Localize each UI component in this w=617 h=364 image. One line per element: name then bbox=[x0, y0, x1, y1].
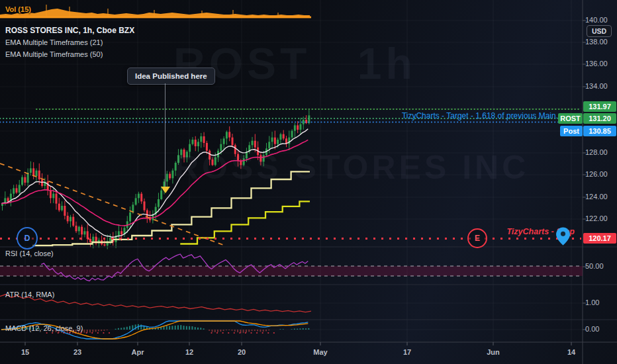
idea-pointer-line bbox=[165, 83, 166, 187]
d-marker[interactable]: D bbox=[17, 227, 38, 250]
post-price-badge: 130.85 bbox=[583, 126, 616, 136]
time-axis-label: 17 bbox=[403, 348, 411, 356]
rsi-band bbox=[0, 266, 583, 276]
rsi-axis-label: 50.00 bbox=[585, 262, 616, 270]
symbol-label-badge: ROST bbox=[558, 113, 583, 124]
stop-price-badge: 120.17 bbox=[583, 233, 616, 244]
symbol-legend[interactable]: ROSS STORES INC, 1h, Cboe BZX bbox=[5, 26, 134, 35]
e-marker[interactable]: E bbox=[467, 228, 487, 248]
target-price-badge: 131.97 bbox=[583, 101, 616, 112]
time-axis-label: 12 bbox=[185, 348, 193, 356]
target-line-label[interactable]: TizyCharts - Target - 1.618 of previous … bbox=[402, 111, 558, 120]
time-axis-label: 20 bbox=[238, 348, 246, 356]
price-axis-label: 122.00 bbox=[585, 214, 616, 222]
time-axis-label: 14 bbox=[567, 348, 575, 356]
price-axis-label: 140.00 bbox=[585, 16, 616, 24]
post-label-badge: Post bbox=[560, 126, 583, 136]
time-axis-label: May bbox=[313, 348, 327, 356]
indicator-legend-ema21[interactable]: EMA Multiple Timeframes (21) bbox=[5, 38, 103, 47]
volume-area bbox=[0, 5, 311, 18]
price-axis-label: 124.00 bbox=[585, 193, 616, 201]
price-axis-label: 134.00 bbox=[585, 82, 616, 90]
idea-arrow-marker[interactable] bbox=[161, 187, 170, 193]
usd-badge[interactable]: USD bbox=[587, 25, 612, 37]
volume-indicator-label[interactable]: Vol (15) bbox=[5, 5, 31, 14]
time-axis-label: 23 bbox=[73, 348, 81, 356]
watermark-name: ROSS STORES INC bbox=[175, 148, 529, 187]
chart-window: ROST 1h ROSS STORES INC Vol (15) ROSS ST… bbox=[0, 0, 617, 364]
price-axis-label: 136.00 bbox=[585, 60, 616, 68]
time-axis-label: Jun bbox=[487, 348, 500, 356]
idea-tooltip: Idea Published here bbox=[127, 68, 215, 85]
price-axis-label: 138.00 bbox=[585, 38, 616, 46]
last-price-badge: 131.20 bbox=[583, 113, 616, 124]
rsi-pane-label[interactable]: RSI (14, close) bbox=[5, 250, 54, 258]
atr-pane-label[interactable]: ATR (14, RMA) bbox=[5, 291, 54, 299]
price-axis-label: 126.00 bbox=[585, 170, 616, 178]
time-axis-label: Apr bbox=[132, 348, 144, 356]
htf-ema-slow-step bbox=[180, 201, 310, 244]
price-axis-label: 128.00 bbox=[585, 148, 616, 156]
macd-axis-label: 0.00 bbox=[585, 325, 616, 333]
macd-pane-label[interactable]: MACD (12, 26, close, 9) bbox=[5, 324, 83, 333]
time-axis-label: 15 bbox=[21, 348, 29, 356]
atr-axis-label: 1.00 bbox=[585, 298, 616, 306]
location-pin-icon[interactable] bbox=[555, 226, 571, 249]
indicator-legend-ema50[interactable]: EMA Multiple Timeframes (50) bbox=[5, 50, 103, 59]
